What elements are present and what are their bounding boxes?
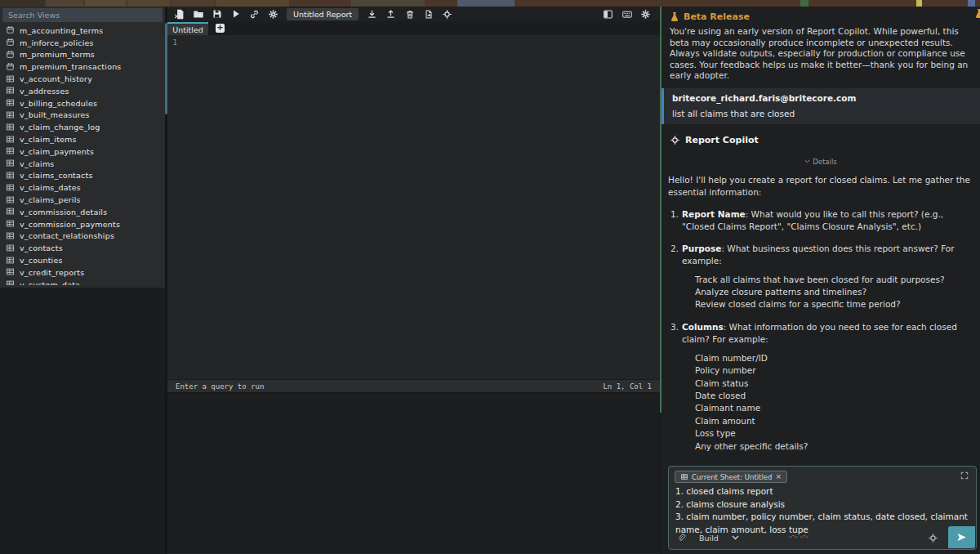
view-name: v_claim_change_log xyxy=(20,123,100,132)
query-settings-button[interactable] xyxy=(265,7,281,20)
question-number: 2. xyxy=(668,243,682,311)
calendar-icon xyxy=(6,38,16,47)
table-icon xyxy=(6,123,16,132)
sql-editor[interactable]: 1 xyxy=(167,35,660,379)
user-email: britecore_richard.faris@britecore.com xyxy=(672,93,972,103)
save-button[interactable] xyxy=(209,7,225,20)
close-icon[interactable]: × xyxy=(775,473,782,480)
view-name: v_commission_payments xyxy=(20,220,120,229)
sidebar-item-v_claims_dates[interactable]: v_claims_dates xyxy=(0,181,165,194)
delete-button[interactable] xyxy=(402,7,417,20)
focus-button[interactable] xyxy=(439,7,455,20)
copilot-question-list: 1.Report Name: What would you like to ca… xyxy=(668,208,973,453)
sidebar-item-v_claim_payments[interactable]: v_claim_payments xyxy=(0,145,165,158)
download-button[interactable] xyxy=(364,7,380,20)
open-button[interactable] xyxy=(190,7,206,20)
sidebar-item-v_custom_data[interactable]: v_custom_data xyxy=(0,279,165,285)
question-label: Purpose xyxy=(682,243,721,253)
user-message-text: list all claims that are closed xyxy=(672,109,972,118)
cursor-position: Ln 1, Col 1 xyxy=(603,382,652,391)
toggle-panel-button[interactable] xyxy=(600,7,616,20)
sidebar-item-v_claims[interactable]: v_claims xyxy=(0,158,165,170)
view-name: v_claim_items xyxy=(20,135,77,144)
report-name-button[interactable]: Untitled Report xyxy=(287,8,359,20)
editor-scrollbar[interactable] xyxy=(165,23,167,114)
table-icon xyxy=(6,207,16,217)
export-button[interactable] xyxy=(421,7,436,20)
table-icon xyxy=(6,279,16,285)
beta-flask-icon xyxy=(670,11,679,22)
search-views-input[interactable] xyxy=(2,8,163,22)
sidebar-item-v_claim_change_log[interactable]: v_claim_change_log xyxy=(0,121,165,133)
scope-icon xyxy=(928,533,938,543)
attach-button[interactable] xyxy=(676,533,686,543)
sidebar-item-v_contacts[interactable]: v_contacts xyxy=(0,242,165,254)
run-query-button[interactable] xyxy=(228,7,243,20)
option-item: Claim amount xyxy=(695,415,973,427)
sidebar-item-v_account_history[interactable]: v_account_history xyxy=(0,73,165,85)
details-toggle[interactable]: Details xyxy=(662,158,980,166)
sidebar-item-v_commission_payments[interactable]: v_commission_payments xyxy=(0,218,165,230)
view-name: m_premium_transactions xyxy=(20,62,122,71)
current-sheet-chip[interactable]: Current Sheet: Untitled × xyxy=(675,471,787,483)
sidebar-item-v_billing_schedules[interactable]: v_billing_schedules xyxy=(0,97,165,109)
sidebar-item-v_claim_items[interactable]: v_claim_items xyxy=(0,133,165,145)
composer-toolbar: Build xyxy=(669,526,976,549)
table-icon xyxy=(6,267,16,277)
option-item: Claim number/ID xyxy=(695,352,973,364)
new-query-button[interactable] xyxy=(172,7,187,20)
expand-icon xyxy=(960,471,969,480)
sidebar-item-v_counties[interactable]: v_counties xyxy=(0,254,165,266)
view-name: m_accounting_terms xyxy=(20,26,103,35)
question-body: Purpose: What business question does thi… xyxy=(682,243,973,311)
table-icon xyxy=(6,159,16,168)
option-item: Review closed claims for a specific time… xyxy=(695,298,973,311)
sidebar-item-m_accounting_terms[interactable]: m_accounting_terms xyxy=(0,25,165,37)
share-link-button[interactable] xyxy=(247,7,262,20)
settings-button[interactable] xyxy=(638,7,653,20)
editor-toolbar: Untitled Report xyxy=(167,7,660,21)
send-icon xyxy=(956,532,967,543)
paperclip-icon xyxy=(676,533,686,543)
add-tab-button[interactable]: + xyxy=(216,24,225,33)
play-icon xyxy=(231,9,241,19)
line-number: 1 xyxy=(167,38,182,47)
view-name: v_addresses xyxy=(20,87,69,96)
sidebar-item-v_claims_perils[interactable]: v_claims_perils xyxy=(0,194,165,206)
trash-icon xyxy=(405,9,415,20)
table-icon xyxy=(6,171,16,181)
sidebar-item-v_contact_relationships[interactable]: v_contact_relationships xyxy=(0,230,165,243)
sidebar-item-v_built_measures[interactable]: v_built_measures xyxy=(0,109,165,122)
tab-untitled[interactable]: Untitled xyxy=(167,22,208,35)
query-hint: Enter a query to run xyxy=(176,382,264,391)
chevron-down-icon xyxy=(804,159,810,163)
expand-composer-button[interactable] xyxy=(960,471,969,480)
sidebar-item-v_addresses[interactable]: v_addresses xyxy=(0,85,165,97)
question-label: Report Name xyxy=(682,209,746,219)
table-icon xyxy=(6,183,16,193)
editor-statusbar: Enter a query to run Ln 1, Col 1 xyxy=(167,379,660,392)
sidebar-item-m_premium_transactions[interactable]: m_premium_transactions xyxy=(0,60,165,73)
question-item: 2.Purpose: What business question does t… xyxy=(668,243,973,311)
option-item: Any other specific details? xyxy=(695,440,973,453)
panel-divider[interactable] xyxy=(660,7,662,413)
view-name: v_claims xyxy=(20,159,55,168)
upload-button[interactable] xyxy=(383,7,399,20)
send-button[interactable] xyxy=(948,526,975,548)
option-item: Policy number xyxy=(695,364,973,377)
file-export-icon xyxy=(424,9,434,20)
context-scope-button[interactable] xyxy=(918,533,948,543)
keyboard-shortcuts-button[interactable] xyxy=(619,7,635,20)
sidebar-item-m_premium_terms[interactable]: m_premium_terms xyxy=(0,49,165,61)
view-name: v_billing_schedules xyxy=(20,99,97,108)
sidebar-item-m_inforce_policies[interactable]: m_inforce_policies xyxy=(0,37,165,49)
calendar-icon xyxy=(6,50,16,60)
crosshair-icon xyxy=(442,9,452,20)
sidebar-item-v_credit_reports[interactable]: v_credit_reports xyxy=(0,266,165,279)
report-copilot-panel: Beta Release You're using an early versi… xyxy=(662,7,980,554)
option-item: Analyze closure patterns and timelines? xyxy=(695,286,973,298)
sidebar-item-v_claims_contacts[interactable]: v_claims_contacts xyxy=(0,170,165,182)
sidebar-item-v_commission_details[interactable]: v_commission_details xyxy=(0,206,165,218)
mode-select[interactable]: Build xyxy=(699,534,739,543)
beta-title: Beta Release xyxy=(684,11,750,22)
